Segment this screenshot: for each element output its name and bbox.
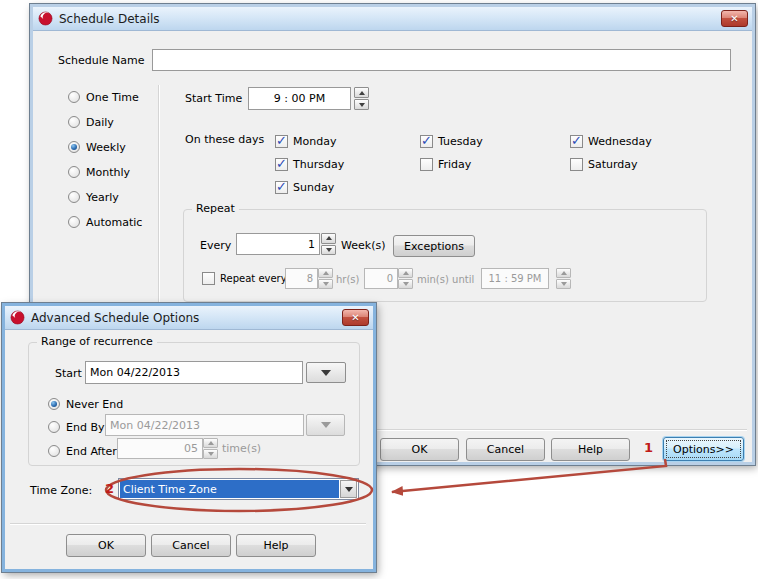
every-label: Every	[200, 239, 231, 253]
options-button[interactable]: Options>>	[663, 437, 744, 461]
repeat-group-label: Repeat	[192, 202, 239, 215]
repeat-every-checkbox[interactable]: Repeat every	[202, 271, 287, 285]
repeat-mins-spinner	[398, 268, 413, 289]
spin-up-icon[interactable]	[321, 233, 336, 244]
day-label: Wednesday	[588, 135, 652, 148]
radio-end-after[interactable]: End After	[48, 444, 117, 458]
time-zone-combobox[interactable]: Client Time Zone	[118, 478, 359, 500]
radio-never-end[interactable]: Never End	[48, 397, 123, 411]
ok-button-label: OK	[412, 443, 428, 456]
dropdown-arrow-icon	[321, 370, 331, 376]
range-group-label: Range of recurrence	[37, 335, 157, 348]
start-date-combo[interactable]: Mon 04/22/2013	[85, 361, 303, 384]
start-date-value: Mon 04/22/2013	[90, 366, 180, 379]
dropdown-arrow-icon	[345, 487, 353, 492]
button-row-separator	[10, 523, 366, 525]
checkbox-icon	[275, 158, 288, 171]
cancel-button[interactable]: Cancel	[466, 438, 545, 461]
advanced-help-button[interactable]: Help	[236, 534, 316, 557]
day-label: Saturday	[588, 158, 638, 171]
time-zone-dropdown-button[interactable]	[340, 480, 357, 498]
repeat-mins-value: 0	[387, 273, 393, 284]
start-date-dropdown-button[interactable]	[306, 362, 346, 383]
radio-label: Automatic	[86, 216, 142, 229]
checkbox-icon	[275, 135, 288, 148]
radio-automatic[interactable]: Automatic	[68, 215, 142, 229]
start-time-field[interactable]: 9 : 00 PM	[248, 87, 351, 110]
help-button-label: Help	[263, 539, 288, 552]
checkbox-tuesday[interactable]: Tuesday	[420, 134, 483, 148]
on-these-days-label: On these days	[185, 133, 264, 147]
checkbox-icon	[202, 272, 215, 285]
help-button-label: Help	[578, 443, 603, 456]
radio-label: Weekly	[86, 141, 126, 154]
schedule-name-label: Schedule Name	[58, 54, 145, 68]
start-time-spinner[interactable]	[354, 87, 369, 110]
schedule-details-titlebar[interactable]: Schedule Details ✕	[33, 7, 752, 31]
vertical-separator	[158, 85, 160, 303]
spin-down-icon	[398, 279, 413, 289]
close-button[interactable]: ✕	[342, 309, 369, 326]
exceptions-button[interactable]: Exceptions	[393, 235, 475, 257]
spin-down-icon	[318, 279, 333, 289]
radio-yearly[interactable]: Yearly	[68, 190, 119, 204]
advanced-cancel-button[interactable]: Cancel	[151, 534, 231, 557]
exceptions-button-label: Exceptions	[404, 240, 464, 253]
hours-unit-label: hr(s)	[336, 273, 359, 287]
advanced-schedule-options-dialog: Advanced Schedule Options ✕ Range of rec…	[2, 303, 376, 572]
help-button[interactable]: Help	[551, 438, 630, 461]
end-by-dropdown-button	[306, 414, 345, 436]
close-icon: ✕	[351, 313, 359, 323]
radio-icon	[68, 191, 80, 203]
weeks-unit-label: Week(s)	[341, 239, 385, 253]
radio-monthly[interactable]: Monthly	[68, 165, 130, 179]
radio-icon	[48, 398, 60, 410]
checkbox-thursday[interactable]: Thursday	[275, 157, 344, 171]
spin-up-icon	[318, 268, 333, 278]
radio-icon	[68, 116, 80, 128]
day-label: Tuesday	[438, 135, 483, 148]
checkbox-sunday[interactable]: Sunday	[275, 180, 334, 194]
ok-button[interactable]: OK	[380, 438, 459, 461]
radio-weekly[interactable]: Weekly	[68, 140, 126, 154]
schedule-name-input[interactable]	[152, 49, 731, 71]
checkbox-friday[interactable]: Friday	[420, 157, 471, 171]
advanced-ok-button[interactable]: OK	[66, 534, 146, 557]
checkbox-monday[interactable]: Monday	[275, 134, 336, 148]
radio-label: Yearly	[86, 191, 119, 204]
spin-down-icon[interactable]	[321, 245, 336, 256]
close-button[interactable]: ✕	[721, 10, 748, 27]
every-weeks-field[interactable]: 1	[236, 233, 320, 255]
repeat-hours-field: 8	[285, 268, 318, 289]
dropdown-arrow-icon	[321, 422, 331, 428]
start-time-label: Start Time	[185, 92, 242, 106]
time-zone-selected-value: Client Time Zone	[120, 480, 339, 498]
radio-icon	[68, 216, 80, 228]
day-label: Monday	[293, 135, 336, 148]
page: Schedule Details ✕ Schedule Name One Tim…	[0, 0, 758, 579]
spin-down-icon[interactable]	[354, 99, 369, 110]
repeat-hours-value: 8	[307, 273, 313, 284]
radio-label: One Time	[86, 91, 139, 104]
advanced-options-titlebar[interactable]: Advanced Schedule Options ✕	[5, 306, 373, 330]
mins-until-label: min(s) until	[417, 273, 474, 287]
checkbox-wednesday[interactable]: Wednesday	[570, 134, 652, 148]
radio-icon	[68, 166, 80, 178]
radio-icon	[68, 141, 80, 153]
radio-end-by[interactable]: End By	[48, 420, 104, 434]
radio-label: Daily	[86, 116, 114, 129]
dialog-title: Advanced Schedule Options	[31, 311, 199, 325]
ok-button-label: OK	[98, 539, 114, 552]
checkbox-icon	[275, 181, 288, 194]
radio-icon	[48, 445, 60, 457]
every-weeks-spinner[interactable]	[321, 233, 336, 255]
time-zone-label: Time Zone:	[30, 484, 92, 498]
checkbox-saturday[interactable]: Saturday	[570, 157, 638, 171]
radio-one-time[interactable]: One Time	[68, 90, 139, 104]
spin-up-icon	[203, 438, 218, 448]
radio-label: End After	[66, 445, 117, 458]
repeat-mins-field: 0	[364, 268, 398, 289]
radio-daily[interactable]: Daily	[68, 115, 114, 129]
radio-label: End By	[66, 421, 104, 434]
spin-up-icon[interactable]	[354, 87, 369, 98]
